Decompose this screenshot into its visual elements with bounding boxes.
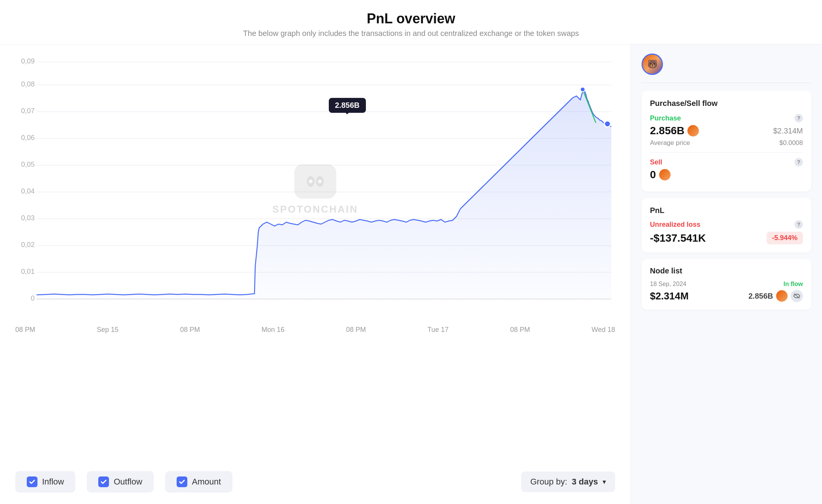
svg-text:0,05: 0,05 (21, 161, 34, 168)
amount-legend[interactable]: Amount (165, 471, 232, 493)
purchase-value-row: 2.856B $2.314M (650, 125, 803, 137)
x-label-6: Tue 17 (427, 326, 448, 334)
svg-text:0,07: 0,07 (21, 107, 34, 115)
node-values-row: $2.314M 2.856B (650, 290, 803, 302)
amount-checkbox[interactable] (177, 476, 187, 487)
outflow-checkbox[interactable] (98, 476, 109, 487)
x-label-5: 08 PM (346, 326, 366, 334)
pnl-amount: -$137.541K (650, 232, 706, 244)
avatar-row: 🐻 (642, 54, 811, 83)
outflow-legend[interactable]: Outflow (87, 471, 154, 493)
svg-point-25 (580, 87, 585, 92)
avg-price-label: Average price (650, 139, 690, 147)
node-eye-icon[interactable] (791, 290, 803, 302)
avg-price-value: $0.0008 (780, 139, 803, 147)
pnl-value-row: -$137.541K -5.944% (650, 232, 803, 244)
purchase-help-icon[interactable]: ? (794, 114, 803, 122)
node-date: 18 Sep, 2024 (650, 281, 686, 288)
purchase-amount: 2.856B (650, 125, 699, 137)
svg-text:0: 0 (31, 294, 34, 302)
purchase-label: Purchase (650, 114, 681, 122)
x-label-7: 08 PM (510, 326, 530, 334)
x-axis-labels: 08 PM Sep 15 08 PM Mon 16 08 PM Tue 17 0… (15, 324, 615, 340)
node-item: 18 Sep, 2024 In flow $2.314M 2.856B (650, 281, 803, 302)
group-by-prefix: Group by: (530, 477, 567, 487)
right-panel: 🐻 Purchase/Sell flow Purchase ? 2.856B $… (631, 44, 822, 504)
sell-token-avatar (659, 169, 671, 180)
pnl-card: PnL Unrealized loss ? -$137.541K -5.944% (642, 198, 811, 253)
unrealized-label: Unrealized loss (650, 221, 700, 229)
chevron-down-icon: ▾ (603, 478, 606, 486)
outflow-label: Outflow (114, 477, 142, 487)
sell-label: Sell (650, 158, 662, 166)
chart-area: SPOTONCHAIN 2.856B (0, 44, 631, 504)
x-label-1: 08 PM (15, 326, 35, 334)
sell-amount: 0 (650, 169, 671, 181)
node-token-amount: 2.856B (749, 292, 773, 301)
svg-text:0,02: 0,02 (21, 241, 34, 249)
node-usd: $2.314M (650, 290, 689, 302)
node-list-title: Node list (650, 267, 803, 275)
chart-controls: Inflow Outflow Amount Group by: 3 days ▾ (15, 462, 615, 504)
group-by-value: 3 days (572, 477, 598, 487)
svg-text:0,03: 0,03 (21, 214, 34, 222)
sell-label-row: Sell ? (650, 158, 803, 166)
page-title: PnL overview (0, 11, 822, 27)
inflow-label: Inflow (42, 477, 64, 487)
svg-text:0,06: 0,06 (21, 134, 34, 141)
svg-text:0,04: 0,04 (21, 187, 34, 195)
node-token-avatar (776, 290, 788, 302)
page-subtitle: The below graph only includes the transa… (0, 29, 822, 38)
avatar: 🐻 (642, 54, 663, 75)
pnl-title: PnL (650, 206, 803, 215)
x-label-4: Mon 16 (262, 326, 284, 334)
avg-price-row: Average price $0.0008 (650, 139, 803, 153)
svg-text:0,08: 0,08 (21, 80, 34, 88)
node-list-card: Node list 18 Sep, 2024 In flow $2.314M 2… (642, 259, 811, 310)
unrealized-label-row: Unrealized loss ? (650, 220, 803, 229)
chart-svg-element: 0 0,01 0,02 0,03 0,04 0,05 0,06 0,07 0,0… (15, 56, 615, 324)
chart-container: SPOTONCHAIN 2.856B (15, 56, 615, 462)
svg-point-26 (604, 121, 611, 127)
x-label-3: 08 PM (180, 326, 200, 334)
sell-value-row: 0 (650, 169, 803, 181)
node-token-row: 2.856B (749, 290, 803, 302)
chart-svg: SPOTONCHAIN 2.856B (15, 56, 615, 324)
purchase-token-avatar (687, 125, 699, 137)
inflow-legend[interactable]: Inflow (15, 471, 75, 493)
svg-text:0,09: 0,09 (21, 57, 34, 65)
main-layout: SPOTONCHAIN 2.856B (0, 44, 822, 504)
unrealized-help-icon[interactable]: ? (794, 220, 803, 229)
pnl-percentage: -5.944% (767, 232, 803, 244)
inflow-checkbox[interactable] (27, 476, 37, 487)
node-flow-label: In flow (783, 281, 803, 288)
sell-help-icon[interactable]: ? (794, 158, 803, 166)
x-label-2: Sep 15 (97, 326, 119, 334)
amount-label: Amount (192, 477, 221, 487)
purchase-usd: $2.314M (773, 127, 803, 135)
page-header: PnL overview The below graph only includ… (0, 0, 822, 44)
group-by-button[interactable]: Group by: 3 days ▾ (521, 471, 615, 492)
purchase-sell-card: Purchase/Sell flow Purchase ? 2.856B $2.… (642, 91, 811, 192)
purchase-sell-title: Purchase/Sell flow (650, 99, 803, 108)
svg-text:0,01: 0,01 (21, 268, 34, 275)
x-label-8: Wed 18 (591, 326, 615, 334)
purchase-label-row: Purchase ? (650, 114, 803, 122)
chart-tooltip: 2.856B (329, 98, 366, 113)
node-date-row: 18 Sep, 2024 In flow (650, 281, 803, 288)
